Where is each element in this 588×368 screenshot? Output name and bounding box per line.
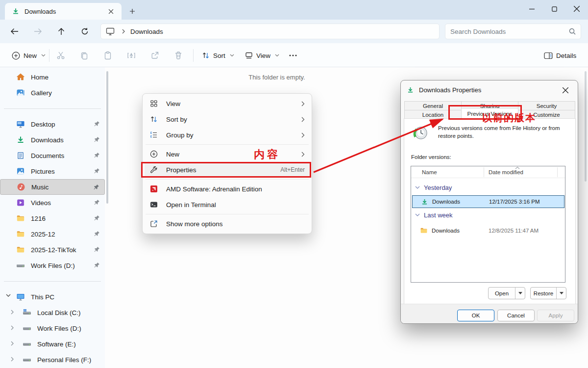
chevron-right-icon	[301, 101, 305, 106]
sidebar-item-work-files-d[interactable]: Work Files (D:)	[0, 258, 105, 273]
search-box[interactable]	[445, 24, 581, 39]
close-button[interactable]	[565, 0, 588, 18]
breadcrumb[interactable]: Downloads	[130, 28, 163, 35]
cut-button[interactable]	[51, 47, 71, 64]
sidebar-item-music[interactable]: Music	[0, 179, 105, 195]
open-button-label[interactable]: Open	[489, 290, 515, 296]
menu-separator	[146, 214, 309, 214]
this-pc-icon	[106, 27, 115, 35]
group-list-icon	[148, 131, 159, 139]
sidebar-item-home[interactable]: Home	[0, 69, 105, 85]
view-button[interactable]: View	[240, 47, 284, 64]
restore-split-button[interactable]: Restore	[530, 287, 566, 299]
sidebar-item-work-files-d-tree[interactable]: Work Files (D:)	[0, 320, 105, 336]
column-header-date-modified[interactable]: Date modified	[489, 169, 523, 175]
previous-versions-description: Previous versions come from File History…	[438, 125, 571, 140]
chevron-down-icon[interactable]	[6, 294, 11, 297]
delete-button[interactable]	[169, 47, 188, 64]
sidebar-separator	[0, 101, 105, 116]
menu-item-view[interactable]: View	[145, 96, 310, 111]
restore-button-label[interactable]: Restore	[531, 290, 556, 296]
pin-icon	[94, 262, 100, 268]
empty-folder-message: This folder is empty.	[211, 74, 343, 81]
sidebar-item-folder-1216[interactable]: 1216	[0, 210, 105, 226]
group-header-last-week[interactable]: Last week	[415, 211, 453, 219]
apply-button[interactable]: Apply	[537, 310, 574, 321]
menu-item-amd-software[interactable]: AMD Software: Adrenalin Edition	[145, 181, 310, 197]
menu-item-sort-by[interactable]: Sort by	[145, 111, 310, 127]
sidebar-item-desktop[interactable]: Desktop	[0, 116, 105, 132]
new-button[interactable]: New	[7, 47, 50, 64]
menu-item-new[interactable]: New	[145, 146, 310, 162]
tab-security[interactable]: Security	[518, 101, 575, 110]
new-tab-button[interactable]	[126, 5, 138, 17]
chevron-down-icon	[275, 54, 279, 57]
ok-button[interactable]: OK	[457, 310, 494, 321]
group-header-yesterday[interactable]: Yesterday	[415, 184, 452, 191]
refresh-button[interactable]	[76, 24, 93, 39]
sidebar-item-downloads[interactable]: Downloads	[0, 132, 105, 148]
sidebar-item-pictures[interactable]: Pictures	[0, 163, 105, 179]
version-row-last-week-downloads[interactable]: Downloads 12/8/2025 11:47 AM	[412, 224, 564, 237]
sidebar-item-this-pc[interactable]: This PC	[0, 289, 105, 305]
folder-versions-list[interactable]: Name Date modified Yesterday Downloads 1…	[411, 166, 565, 283]
sidebar-item-folder-2025-12[interactable]: 2025-12	[0, 226, 105, 242]
chevron-right-icon[interactable]	[11, 310, 14, 315]
version-name: Downloads	[432, 199, 487, 205]
sidebar-item-software-e[interactable]: Software (E:)	[0, 336, 105, 352]
sidebar-item-personal-files-f[interactable]: Personal Files (F:)	[0, 352, 105, 368]
download-icon	[16, 135, 25, 144]
maximize-button[interactable]	[543, 0, 565, 18]
sort-direction-icon	[515, 166, 520, 169]
drive-icon	[23, 324, 31, 333]
sidebar-item-gallery[interactable]: Gallery	[0, 85, 105, 101]
address-bar[interactable]: Downloads	[100, 24, 440, 39]
sidebar-item-videos[interactable]: Videos	[0, 195, 105, 210]
sidebar-item-folder-2025-12-tiktok[interactable]: 2025-12-TikTok	[0, 242, 105, 258]
up-button[interactable]	[53, 24, 70, 39]
back-button[interactable]	[6, 24, 23, 39]
minimize-button[interactable]	[520, 0, 543, 18]
version-name: Downloads	[432, 228, 487, 234]
open-split-button[interactable]: Open	[488, 287, 525, 299]
rename-button[interactable]	[122, 47, 141, 64]
pin-icon	[94, 246, 100, 253]
menu-item-show-more-options[interactable]: Show more options	[145, 216, 310, 232]
plus-circle-icon	[12, 52, 20, 60]
column-header-name[interactable]: Name	[422, 169, 437, 175]
details-button[interactable]: Details	[539, 47, 581, 64]
search-input[interactable]	[450, 28, 569, 35]
sidebar-item-documents[interactable]: Documents	[0, 148, 105, 163]
chevron-right-icon[interactable]	[11, 325, 14, 330]
annotation-text-content: 内容	[254, 147, 280, 162]
copy-button[interactable]	[74, 47, 94, 64]
sidebar-scrollbar[interactable]	[106, 71, 108, 204]
sidebar-item-local-disk-c[interactable]: Local Disk (C:)	[0, 305, 105, 320]
new-button-label: New	[24, 52, 37, 59]
explorer-tab[interactable]: Downloads	[5, 3, 122, 20]
documents-icon	[16, 151, 25, 160]
chevron-right-icon[interactable]	[11, 357, 14, 362]
tab-close-icon[interactable]	[105, 5, 117, 17]
chevron-right-icon[interactable]	[11, 341, 14, 346]
more-options-button[interactable]	[283, 47, 303, 64]
view-icon	[245, 52, 253, 59]
open-dropdown-arrow-icon[interactable]	[515, 288, 525, 299]
sidebar-separator	[0, 273, 105, 289]
menu-item-group-by[interactable]: Group by	[145, 127, 310, 143]
dialog-close-icon[interactable]	[559, 84, 572, 96]
folder-icon	[16, 245, 25, 254]
share-button[interactable]	[145, 47, 165, 64]
main-scrollbar[interactable]	[585, 71, 587, 182]
cancel-button[interactable]: Cancel	[497, 310, 535, 321]
pin-icon	[94, 215, 100, 221]
menu-item-open-in-terminal[interactable]: Open in Terminal	[145, 197, 310, 212]
paste-button[interactable]	[98, 47, 118, 64]
sort-arrows-icon	[202, 52, 210, 59]
sort-button[interactable]: Sort	[197, 47, 239, 64]
restore-dropdown-arrow-icon[interactable]	[556, 288, 566, 299]
music-icon	[17, 183, 25, 191]
pin-icon	[94, 136, 100, 143]
forward-button[interactable]	[29, 24, 46, 39]
version-row-yesterday-downloads[interactable]: Downloads 12/17/2025 3:16 PM	[412, 195, 564, 208]
